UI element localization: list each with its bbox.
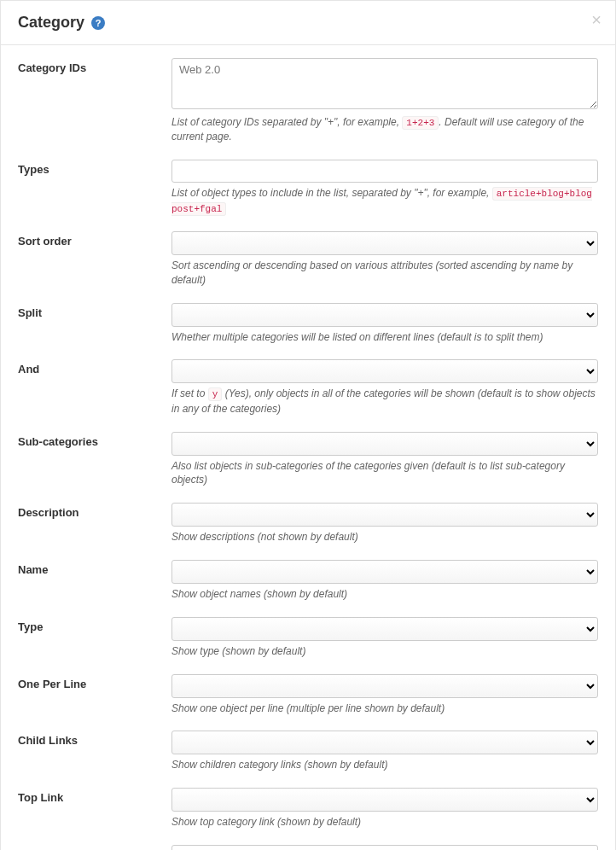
select-type[interactable] [171,617,598,641]
help-icon[interactable]: ? [91,16,105,30]
select-split[interactable] [171,303,598,327]
label-name: Name [18,560,171,602]
help-code: 1+2+3 [402,116,439,130]
select-top-link[interactable] [171,788,598,812]
help-text: If set to [171,387,208,399]
input-types[interactable] [171,160,598,183]
help-description: Show descriptions (not shown by default) [171,530,598,544]
help-child-links: Show children category links (shown by d… [171,758,598,772]
label-child-links: Child Links [18,731,171,772]
select-description[interactable] [171,503,598,527]
help-category-ids: List of category IDs separated by "+", f… [171,115,598,144]
input-maximum-records[interactable] [171,845,598,850]
select-and[interactable] [171,359,598,383]
help-code: y [208,387,223,401]
help-one-per-line: Show one object per line (multiple per l… [171,702,598,716]
select-sort-order[interactable] [171,231,598,255]
label-sub-categories: Sub-categories [18,432,171,488]
help-sort-order: Sort ascending or descending based on va… [171,259,598,288]
label-types: Types [18,160,171,216]
help-text: List of object types to include in the l… [171,187,492,199]
label-top-link: Top Link [18,788,171,830]
help-type: Show type (shown by default) [171,644,598,659]
help-text: List of category IDs separated by "+", f… [171,116,402,128]
select-name[interactable] [171,560,598,584]
label-category-ids: Category IDs [18,58,171,144]
label-description: Description [18,503,171,544]
help-text: (Yes), only objects in all of the catego… [171,387,596,414]
help-types: List of object types to include in the l… [171,186,598,216]
select-one-per-line[interactable] [171,674,598,698]
category-modal: Category ? × Category IDs Web 2.0 List o… [0,0,616,850]
help-split: Whether multiple categories will be list… [171,330,598,345]
label-split: Split [18,303,171,345]
select-child-links[interactable] [171,731,598,754]
modal-title-row: Category ? [18,14,598,32]
modal-title: Category [18,14,84,32]
close-icon[interactable]: × [591,11,601,28]
select-sub-categories[interactable] [171,432,598,456]
help-sub-categories: Also list objects in sub-categories of t… [171,459,598,488]
input-category-ids[interactable]: Web 2.0 [171,58,598,109]
help-name: Show object names (shown by default) [171,587,598,602]
help-and: If set to y (Yes), only objects in all o… [171,387,598,416]
label-one-per-line: One Per Line [18,674,171,716]
modal-body: Category IDs Web 2.0 List of category ID… [1,45,615,850]
label-and: And [18,359,171,416]
modal-header: Category ? × [1,1,615,45]
label-maximum-records: Maximum Records [18,845,171,850]
label-sort-order: Sort order [18,231,171,288]
label-type: Type [18,617,171,659]
help-top-link: Show top category link (shown by default… [171,815,598,830]
